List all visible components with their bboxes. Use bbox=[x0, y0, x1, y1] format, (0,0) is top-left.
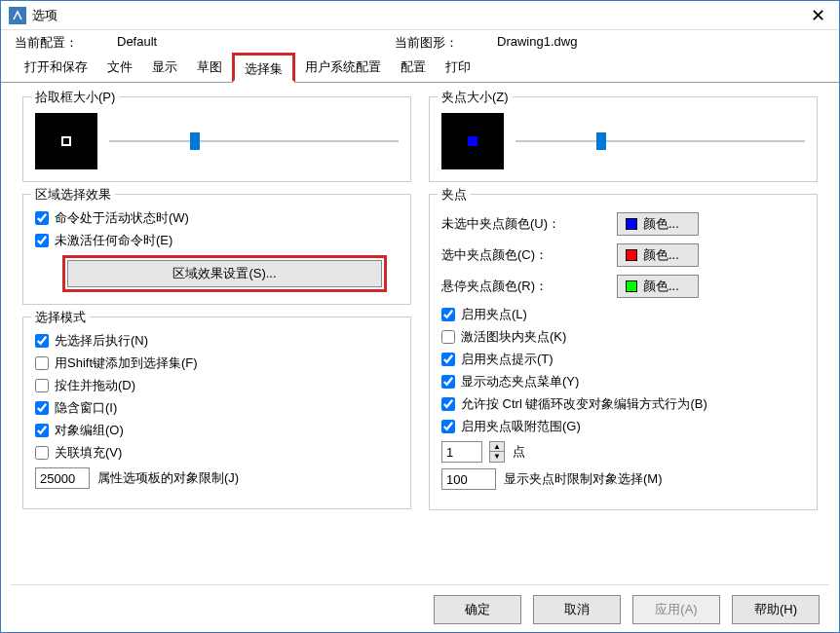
lbl-press-drag: 按住并拖动(D) bbox=[55, 377, 135, 394]
lbl-preselect: 先选择后执行(N) bbox=[55, 332, 148, 350]
tab-file[interactable]: 文件 bbox=[97, 56, 142, 82]
tab-open-save[interactable]: 打开和保存 bbox=[15, 56, 97, 82]
close-button[interactable]: ✕ bbox=[805, 5, 831, 26]
selection-mode-title: 选择模式 bbox=[31, 309, 90, 326]
tab-display[interactable]: 显示 bbox=[142, 56, 187, 82]
grip-slider[interactable] bbox=[515, 131, 805, 151]
chk-shift-add[interactable] bbox=[35, 356, 49, 370]
window-title: 选项 bbox=[32, 7, 805, 24]
lbl-implied: 隐含窗口(I) bbox=[55, 399, 117, 417]
current-config-label: 当前配置： bbox=[15, 34, 78, 52]
tab-config[interactable]: 配置 bbox=[391, 56, 436, 82]
area-settings-highlight: 区域效果设置(S)... bbox=[62, 255, 387, 292]
current-drawing-label: 当前图形： bbox=[395, 34, 458, 52]
snap-range-spinner[interactable]: ▲▼ bbox=[489, 441, 505, 463]
current-drawing-value: Drawing1.dwg bbox=[497, 34, 577, 52]
grip-limit-input[interactable] bbox=[446, 472, 491, 487]
lbl-group: 对象编组(O) bbox=[55, 422, 124, 439]
tab-bar: 打开和保存 文件 显示 草图 选择集 用户系统配置 配置 打印 bbox=[1, 56, 839, 83]
dialog-buttons: 确定 取消 应用(A) 帮助(H) bbox=[434, 595, 820, 624]
tab-user-system[interactable]: 用户系统配置 bbox=[295, 56, 391, 82]
app-icon bbox=[9, 7, 26, 24]
area-settings-button[interactable]: 区域效果设置(S)... bbox=[67, 260, 382, 287]
lbl-unsel-color: 未选中夹点颜色(U)： bbox=[441, 215, 617, 233]
lbl-ctrl-cycle: 允许按 Ctrl 键循环改变对象编辑方式行为(B) bbox=[461, 395, 707, 413]
lbl-block-grips: 激活图块内夹点(K) bbox=[461, 328, 566, 346]
pickbox-slider[interactable] bbox=[109, 131, 399, 151]
lbl-active-cmd: 命令处于活动状态时(W) bbox=[55, 209, 189, 227]
chk-ctrl-cycle[interactable] bbox=[441, 397, 455, 411]
ok-button[interactable]: 确定 bbox=[434, 595, 521, 624]
tab-print[interactable]: 打印 bbox=[436, 56, 480, 82]
grip-limit-label: 显示夹点时限制对象选择(M) bbox=[504, 470, 663, 488]
tab-selection[interactable]: 选择集 bbox=[232, 53, 295, 83]
grip-size-group: 夹点大小(Z) bbox=[429, 96, 818, 182]
cancel-button[interactable]: 取消 bbox=[533, 595, 621, 624]
footer-separator bbox=[11, 584, 829, 585]
grips-title: 夹点 bbox=[438, 186, 471, 204]
tab-sketch[interactable]: 草图 bbox=[187, 56, 232, 82]
lbl-dyn-menu: 显示动态夹点菜单(Y) bbox=[461, 373, 579, 391]
help-button[interactable]: 帮助(H) bbox=[732, 595, 820, 624]
grip-size-title: 夹点大小(Z) bbox=[438, 89, 513, 106]
chk-enable-grips[interactable] bbox=[441, 308, 455, 321]
chk-preselect[interactable] bbox=[35, 334, 49, 348]
chk-grip-snap[interactable] bbox=[441, 420, 455, 433]
chk-block-grips[interactable] bbox=[441, 330, 455, 344]
lbl-no-cmd: 未激活任何命令时(E) bbox=[55, 232, 172, 249]
btn-hover-color[interactable]: 颜色... bbox=[617, 275, 699, 298]
grips-group: 夹点 未选中夹点颜色(U)： 颜色... 选中夹点颜色(C)： 颜色... 悬停… bbox=[429, 194, 818, 510]
prop-limit-label: 属性选项板的对象限制(J) bbox=[97, 469, 239, 487]
lbl-shift-add: 用Shift键添加到选择集(F) bbox=[55, 354, 198, 372]
prop-limit-input[interactable] bbox=[40, 471, 85, 486]
selection-mode-group: 选择模式 先选择后执行(N) 用Shift键添加到选择集(F) 按住并拖动(D)… bbox=[22, 316, 411, 509]
btn-unsel-color[interactable]: 颜色... bbox=[617, 212, 699, 236]
chk-group[interactable] bbox=[35, 424, 49, 437]
current-config-value: Default bbox=[117, 34, 157, 52]
options-dialog: 选项 ✕ 当前配置： Default 当前图形： Drawing1.dwg 打开… bbox=[0, 0, 840, 633]
lbl-enable-grips: 启用夹点(L) bbox=[461, 306, 527, 323]
lbl-hover-color: 悬停夹点颜色(R)： bbox=[441, 278, 617, 295]
grip-preview bbox=[441, 113, 504, 169]
lbl-grip-tips: 启用夹点提示(T) bbox=[461, 351, 554, 368]
snap-unit-label: 点 bbox=[513, 443, 525, 461]
chk-dyn-menu[interactable] bbox=[441, 375, 455, 389]
chk-no-cmd[interactable] bbox=[35, 234, 49, 247]
config-info-row: 当前配置： Default 当前图形： Drawing1.dwg bbox=[1, 30, 839, 54]
area-effect-title: 区域选择效果 bbox=[31, 186, 115, 204]
lbl-grip-snap: 启用夹点吸附范围(G) bbox=[461, 418, 581, 435]
chk-press-drag[interactable] bbox=[35, 379, 49, 392]
pickbox-preview bbox=[35, 113, 97, 169]
snap-range-input[interactable] bbox=[446, 445, 477, 460]
pickbox-size-title: 拾取框大小(P) bbox=[31, 89, 119, 106]
chk-active-cmd[interactable] bbox=[35, 211, 49, 225]
lbl-sel-color: 选中夹点颜色(C)： bbox=[441, 246, 617, 264]
titlebar: 选项 ✕ bbox=[1, 1, 839, 30]
pickbox-size-group: 拾取框大小(P) bbox=[22, 96, 411, 182]
chk-grip-tips[interactable] bbox=[441, 353, 455, 366]
chk-implied[interactable] bbox=[35, 401, 49, 415]
lbl-hatch: 关联填充(V) bbox=[55, 444, 122, 462]
area-effect-group: 区域选择效果 命令处于活动状态时(W) 未激活任何命令时(E) 区域效果设置(S… bbox=[22, 194, 411, 305]
apply-button[interactable]: 应用(A) bbox=[632, 595, 720, 624]
btn-sel-color[interactable]: 颜色... bbox=[617, 243, 699, 267]
chk-hatch[interactable] bbox=[35, 446, 49, 460]
